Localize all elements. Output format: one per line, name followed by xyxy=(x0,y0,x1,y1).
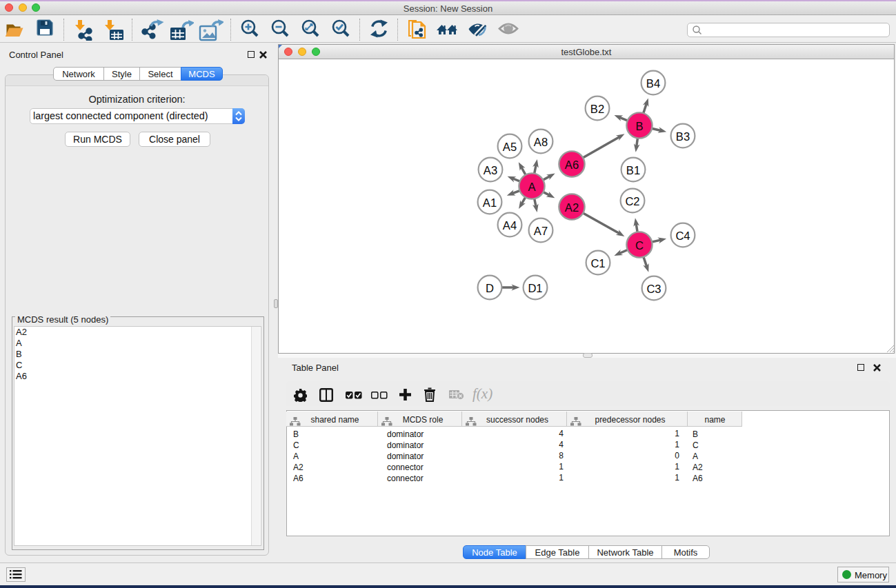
svg-text:D1: D1 xyxy=(528,282,542,295)
svg-text:A3: A3 xyxy=(484,164,497,177)
svg-text:B: B xyxy=(635,120,643,133)
svg-text:C3: C3 xyxy=(646,283,661,296)
svg-text:A5: A5 xyxy=(503,141,517,154)
svg-text:A6: A6 xyxy=(565,159,579,172)
svg-text:B4: B4 xyxy=(646,77,660,90)
svg-text:D: D xyxy=(486,282,494,295)
svg-text:A8: A8 xyxy=(534,136,548,149)
svg-text:C: C xyxy=(635,239,644,252)
svg-text:A2: A2 xyxy=(565,201,579,214)
svg-text:C1: C1 xyxy=(590,257,605,270)
svg-text:B3: B3 xyxy=(676,130,690,143)
svg-text:C4: C4 xyxy=(675,230,690,243)
svg-text:B2: B2 xyxy=(590,103,604,116)
svg-text:B1: B1 xyxy=(626,164,640,177)
svg-text:C2: C2 xyxy=(625,195,639,208)
svg-text:A4: A4 xyxy=(503,219,517,232)
svg-text:A1: A1 xyxy=(483,196,497,210)
svg-text:A: A xyxy=(528,181,536,194)
svg-text:A7: A7 xyxy=(534,225,548,238)
